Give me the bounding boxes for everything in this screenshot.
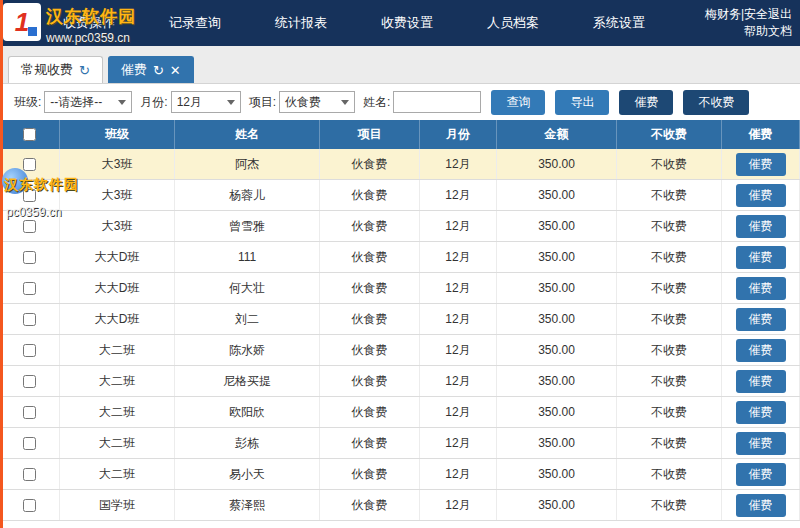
account-logout-link[interactable]: 梅财务|安全退出 (705, 6, 792, 23)
header-urge: 催费 (722, 120, 800, 149)
row-checkbox[interactable] (23, 189, 36, 202)
refresh-icon[interactable]: ↻ (153, 64, 164, 77)
row-nofee-link[interactable]: 不收费 (651, 342, 687, 359)
row-urge-button[interactable]: 催费 (736, 277, 786, 300)
row-urge-button[interactable]: 催费 (736, 215, 786, 238)
table-row: 大3班 杨蓉儿 伙食费 12月 350.00 不收费 催费 (0, 180, 800, 211)
row-checkbox[interactable] (23, 468, 36, 481)
row-checkbox-cell (0, 211, 60, 241)
row-nofee-link[interactable]: 不收费 (651, 218, 687, 235)
row-urge-button[interactable]: 催费 (736, 463, 786, 486)
export-button[interactable]: 导出 (555, 90, 609, 115)
row-nofee-link[interactable]: 不收费 (651, 497, 687, 514)
cell-nofee: 不收费 (617, 273, 722, 303)
nav-menu: 收费操作 记录查询 统计报表 收费设置 人员档案 系统设置 (0, 0, 800, 46)
cell-nofee: 不收费 (617, 366, 722, 396)
row-nofee-link[interactable]: 不收费 (651, 466, 687, 483)
row-urge-button[interactable]: 催费 (736, 370, 786, 393)
no-fee-button[interactable]: 不收费 (683, 90, 749, 115)
cell-amount: 350.00 (497, 304, 617, 334)
cell-amount: 350.00 (497, 211, 617, 241)
cell-amount: 350.00 (497, 428, 617, 458)
month-select[interactable]: 12月 (171, 91, 241, 113)
nav-item-record-query[interactable]: 记录查询 (142, 14, 248, 32)
row-checkbox-cell (0, 304, 60, 334)
class-select-value: --请选择-- (50, 94, 102, 111)
tab-urge-fee[interactable]: 催费 ↻ ✕ (108, 56, 194, 83)
row-urge-button[interactable]: 催费 (736, 184, 786, 207)
name-input[interactable] (393, 91, 481, 113)
row-checkbox[interactable] (23, 158, 36, 171)
close-icon[interactable]: ✕ (170, 64, 181, 77)
top-navbar: 收费操作 记录查询 统计报表 收费设置 人员档案 系统设置 梅财务|安全退出 帮… (0, 0, 800, 46)
row-checkbox[interactable] (23, 344, 36, 357)
nav-item-system-settings[interactable]: 系统设置 (566, 14, 672, 32)
class-select[interactable]: --请选择-- (44, 91, 132, 113)
table-row: 国学班 蔡泽熙 伙食费 12月 350.00 不收费 催费 (0, 490, 800, 521)
row-checkbox[interactable] (23, 499, 36, 512)
urge-fee-button[interactable]: 催费 (619, 90, 673, 115)
cell-class: 大二班 (60, 335, 175, 365)
cell-name: 尼格买提 (175, 366, 320, 396)
cell-class: 大二班 (60, 459, 175, 489)
table-row: 大二班 易小天 伙食费 12月 350.00 不收费 催费 (0, 459, 800, 490)
nav-item-fee-operation[interactable]: 收费操作 (36, 14, 142, 32)
name-filter-label: 姓名: (363, 94, 390, 111)
row-nofee-link[interactable]: 不收费 (651, 373, 687, 390)
cell-project: 伙食费 (320, 397, 420, 427)
row-nofee-link[interactable]: 不收费 (651, 187, 687, 204)
row-urge-button[interactable]: 催费 (736, 153, 786, 176)
row-urge-button[interactable]: 催费 (736, 339, 786, 362)
row-checkbox[interactable] (23, 406, 36, 419)
cell-urge: 催费 (722, 149, 800, 179)
row-checkbox[interactable] (23, 313, 36, 326)
row-checkbox-cell (0, 459, 60, 489)
cell-project: 伙食费 (320, 149, 420, 179)
nav-item-fee-settings[interactable]: 收费设置 (354, 14, 460, 32)
row-urge-button[interactable]: 催费 (736, 246, 786, 269)
refresh-icon[interactable]: ↻ (79, 64, 90, 77)
table-row: 大二班 尼格买提 伙食费 12月 350.00 不收费 催费 (0, 366, 800, 397)
row-checkbox[interactable] (23, 375, 36, 388)
row-nofee-link[interactable]: 不收费 (651, 249, 687, 266)
row-urge-button[interactable]: 催费 (736, 308, 786, 331)
table-body: 大3班 阿杰 伙食费 12月 350.00 不收费 催费 大3班 杨蓉儿 伙食费… (0, 149, 800, 521)
cell-urge: 催费 (722, 304, 800, 334)
help-docs-link[interactable]: 帮助文档 (705, 23, 792, 40)
cell-amount: 350.00 (497, 490, 617, 520)
row-checkbox-cell (0, 242, 60, 272)
tab-regular-fee[interactable]: 常规收费 ↻ (8, 56, 103, 83)
navbar-right: 梅财务|安全退出 帮助文档 (705, 6, 792, 40)
row-nofee-link[interactable]: 不收费 (651, 404, 687, 421)
cell-month: 12月 (420, 397, 497, 427)
cell-month: 12月 (420, 490, 497, 520)
cell-name: 欧阳欣 (175, 397, 320, 427)
project-select[interactable]: 伙食费 (279, 91, 355, 113)
nav-item-statistics-report[interactable]: 统计报表 (248, 14, 354, 32)
cell-nofee: 不收费 (617, 335, 722, 365)
select-all-checkbox[interactable] (23, 128, 36, 141)
row-checkbox[interactable] (23, 251, 36, 264)
row-urge-button[interactable]: 催费 (736, 432, 786, 455)
screenshot-left-border (0, 0, 3, 528)
row-nofee-link[interactable]: 不收费 (651, 435, 687, 452)
row-nofee-link[interactable]: 不收费 (651, 280, 687, 297)
row-urge-button[interactable]: 催费 (736, 494, 786, 517)
row-checkbox[interactable] (23, 220, 36, 233)
cell-urge: 催费 (722, 366, 800, 396)
cell-amount: 350.00 (497, 335, 617, 365)
row-checkbox[interactable] (23, 437, 36, 450)
project-filter-label: 项目: (249, 94, 276, 111)
row-urge-button[interactable]: 催费 (736, 401, 786, 424)
nav-item-personnel-files[interactable]: 人员档案 (460, 14, 566, 32)
header-class: 班级 (60, 120, 175, 149)
cell-project: 伙食费 (320, 366, 420, 396)
query-button[interactable]: 查询 (491, 90, 545, 115)
table-row: 大大D班 111 伙食费 12月 350.00 不收费 催费 (0, 242, 800, 273)
row-checkbox-cell (0, 397, 60, 427)
row-nofee-link[interactable]: 不收费 (651, 311, 687, 328)
row-nofee-link[interactable]: 不收费 (651, 156, 687, 173)
row-checkbox[interactable] (23, 282, 36, 295)
cell-month: 12月 (420, 242, 497, 272)
cell-amount: 350.00 (497, 180, 617, 210)
